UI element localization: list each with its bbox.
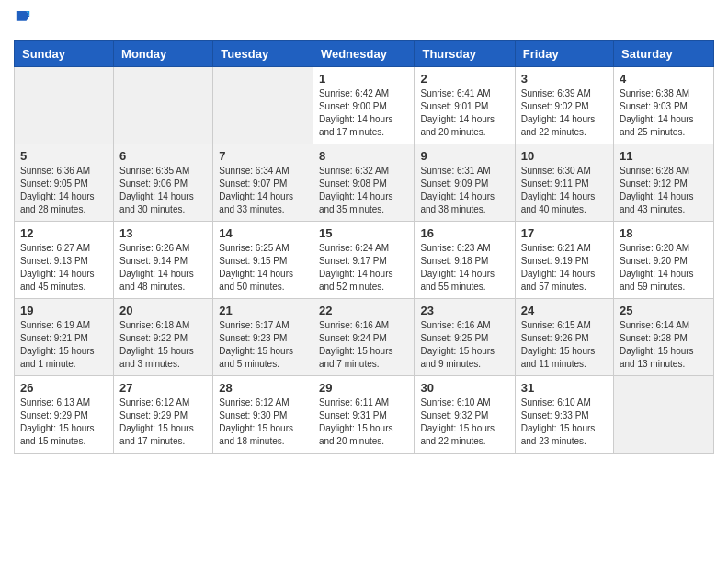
day-info: Sunrise: 6:13 AM Sunset: 9:29 PM Dayligh… xyxy=(20,396,108,448)
day-info: Sunrise: 6:18 AM Sunset: 9:22 PM Dayligh… xyxy=(119,319,207,371)
day-info: Sunrise: 6:10 AM Sunset: 9:32 PM Dayligh… xyxy=(420,396,508,448)
day-number: 13 xyxy=(119,226,207,240)
day-number: 7 xyxy=(219,149,307,163)
col-friday: Friday xyxy=(515,41,613,67)
day-number: 31 xyxy=(521,381,608,395)
day-number: 12 xyxy=(20,226,108,240)
day-info: Sunrise: 6:41 AM Sunset: 9:01 PM Dayligh… xyxy=(420,87,508,139)
day-number: 21 xyxy=(219,304,307,317)
calendar-week-3: 12Sunrise: 6:27 AM Sunset: 9:13 PM Dayli… xyxy=(15,222,714,299)
day-info: Sunrise: 6:11 AM Sunset: 9:31 PM Dayligh… xyxy=(319,396,409,448)
calendar-cell xyxy=(114,67,213,144)
calendar-cell: 25Sunrise: 6:14 AM Sunset: 9:28 PM Dayli… xyxy=(614,299,714,376)
calendar-cell: 8Sunrise: 6:32 AM Sunset: 9:08 PM Daylig… xyxy=(313,144,415,222)
col-tuesday: Tuesday xyxy=(213,41,313,67)
calendar-cell: 10Sunrise: 6:30 AM Sunset: 9:11 PM Dayli… xyxy=(515,144,613,222)
calendar-cell: 15Sunrise: 6:24 AM Sunset: 9:17 PM Dayli… xyxy=(313,222,415,299)
calendar-cell: 13Sunrise: 6:26 AM Sunset: 9:14 PM Dayli… xyxy=(114,222,213,299)
day-info: Sunrise: 6:25 AM Sunset: 9:15 PM Dayligh… xyxy=(219,242,307,293)
day-number: 4 xyxy=(620,72,708,86)
col-thursday: Thursday xyxy=(415,41,515,67)
day-info: Sunrise: 6:27 AM Sunset: 9:13 PM Dayligh… xyxy=(20,242,108,293)
col-sunday: Sunday xyxy=(15,41,114,67)
day-number: 11 xyxy=(620,149,708,163)
col-saturday: Saturday xyxy=(614,41,714,67)
calendar-cell: 6Sunrise: 6:35 AM Sunset: 9:06 PM Daylig… xyxy=(114,144,213,222)
calendar-cell: 22Sunrise: 6:16 AM Sunset: 9:24 PM Dayli… xyxy=(313,299,415,376)
calendar-cell: 2Sunrise: 6:41 AM Sunset: 9:01 PM Daylig… xyxy=(415,67,515,144)
day-info: Sunrise: 6:20 AM Sunset: 9:20 PM Dayligh… xyxy=(620,242,708,293)
calendar-cell: 18Sunrise: 6:20 AM Sunset: 9:20 PM Dayli… xyxy=(614,222,714,299)
day-info: Sunrise: 6:26 AM Sunset: 9:14 PM Dayligh… xyxy=(119,242,207,293)
day-info: Sunrise: 6:38 AM Sunset: 9:03 PM Dayligh… xyxy=(620,87,708,139)
calendar-cell xyxy=(213,67,313,144)
calendar-cell: 19Sunrise: 6:19 AM Sunset: 9:21 PM Dayli… xyxy=(15,299,114,376)
calendar-cell: 9Sunrise: 6:31 AM Sunset: 9:09 PM Daylig… xyxy=(415,144,515,222)
calendar-cell: 24Sunrise: 6:15 AM Sunset: 9:26 PM Dayli… xyxy=(515,299,613,376)
day-info: Sunrise: 6:36 AM Sunset: 9:05 PM Dayligh… xyxy=(20,165,108,216)
calendar-week-2: 5Sunrise: 6:36 AM Sunset: 9:05 PM Daylig… xyxy=(15,144,714,222)
day-number: 6 xyxy=(119,149,207,163)
calendar-cell: 3Sunrise: 6:39 AM Sunset: 9:02 PM Daylig… xyxy=(515,67,613,144)
day-number: 14 xyxy=(219,226,307,240)
calendar-cell: 28Sunrise: 6:12 AM Sunset: 9:30 PM Dayli… xyxy=(213,376,313,454)
calendar-cell: 14Sunrise: 6:25 AM Sunset: 9:15 PM Dayli… xyxy=(213,222,313,299)
col-monday: Monday xyxy=(114,41,213,67)
day-info: Sunrise: 6:23 AM Sunset: 9:18 PM Dayligh… xyxy=(420,242,508,293)
day-number: 18 xyxy=(620,226,708,240)
calendar-week-4: 19Sunrise: 6:19 AM Sunset: 9:21 PM Dayli… xyxy=(15,299,714,376)
day-info: Sunrise: 6:16 AM Sunset: 9:25 PM Dayligh… xyxy=(420,319,508,371)
calendar-cell xyxy=(15,67,114,144)
day-info: Sunrise: 6:16 AM Sunset: 9:24 PM Dayligh… xyxy=(319,319,409,371)
calendar-cell: 11Sunrise: 6:28 AM Sunset: 9:12 PM Dayli… xyxy=(614,144,714,222)
day-number: 25 xyxy=(620,304,708,317)
calendar-cell: 7Sunrise: 6:34 AM Sunset: 9:07 PM Daylig… xyxy=(213,144,313,222)
calendar-cell: 5Sunrise: 6:36 AM Sunset: 9:05 PM Daylig… xyxy=(15,144,114,222)
day-number: 28 xyxy=(219,381,307,395)
day-info: Sunrise: 6:31 AM Sunset: 9:09 PM Dayligh… xyxy=(420,165,508,216)
day-info: Sunrise: 6:10 AM Sunset: 9:33 PM Dayligh… xyxy=(521,396,608,448)
calendar-cell: 29Sunrise: 6:11 AM Sunset: 9:31 PM Dayli… xyxy=(313,376,415,454)
calendar-cell: 17Sunrise: 6:21 AM Sunset: 9:19 PM Dayli… xyxy=(515,222,613,299)
day-number: 16 xyxy=(420,226,508,240)
col-wednesday: Wednesday xyxy=(313,41,415,67)
day-info: Sunrise: 6:35 AM Sunset: 9:06 PM Dayligh… xyxy=(119,165,207,216)
calendar-cell: 20Sunrise: 6:18 AM Sunset: 9:22 PM Dayli… xyxy=(114,299,213,376)
calendar-cell: 23Sunrise: 6:16 AM Sunset: 9:25 PM Dayli… xyxy=(415,299,515,376)
calendar-cell: 21Sunrise: 6:17 AM Sunset: 9:23 PM Dayli… xyxy=(213,299,313,376)
logo xyxy=(14,9,31,33)
calendar-cell: 31Sunrise: 6:10 AM Sunset: 9:33 PM Dayli… xyxy=(515,376,613,454)
day-info: Sunrise: 6:19 AM Sunset: 9:21 PM Dayligh… xyxy=(20,319,108,371)
header xyxy=(14,9,714,33)
day-number: 30 xyxy=(420,381,508,395)
day-info: Sunrise: 6:14 AM Sunset: 9:28 PM Dayligh… xyxy=(620,319,708,371)
day-info: Sunrise: 6:17 AM Sunset: 9:23 PM Dayligh… xyxy=(219,319,307,371)
page: Sunday Monday Tuesday Wednesday Thursday… xyxy=(0,0,728,563)
day-info: Sunrise: 6:24 AM Sunset: 9:17 PM Dayligh… xyxy=(319,242,409,293)
day-info: Sunrise: 6:34 AM Sunset: 9:07 PM Dayligh… xyxy=(219,165,307,216)
day-info: Sunrise: 6:12 AM Sunset: 9:29 PM Dayligh… xyxy=(119,396,207,448)
day-info: Sunrise: 6:32 AM Sunset: 9:08 PM Dayligh… xyxy=(319,165,409,216)
calendar-cell: 26Sunrise: 6:13 AM Sunset: 9:29 PM Dayli… xyxy=(15,376,114,454)
day-number: 19 xyxy=(20,304,108,317)
day-number: 8 xyxy=(319,149,409,163)
day-number: 5 xyxy=(20,149,108,163)
calendar-cell: 30Sunrise: 6:10 AM Sunset: 9:32 PM Dayli… xyxy=(415,376,515,454)
day-info: Sunrise: 6:12 AM Sunset: 9:30 PM Dayligh… xyxy=(219,396,307,448)
day-number: 23 xyxy=(420,304,508,317)
calendar-cell: 16Sunrise: 6:23 AM Sunset: 9:18 PM Dayli… xyxy=(415,222,515,299)
calendar: Sunday Monday Tuesday Wednesday Thursday… xyxy=(14,40,714,454)
calendar-cell: 4Sunrise: 6:38 AM Sunset: 9:03 PM Daylig… xyxy=(614,67,714,144)
calendar-cell: 27Sunrise: 6:12 AM Sunset: 9:29 PM Dayli… xyxy=(114,376,213,454)
day-number: 26 xyxy=(20,381,108,395)
calendar-cell xyxy=(614,376,714,454)
logo-icon xyxy=(15,9,31,29)
calendar-cell: 12Sunrise: 6:27 AM Sunset: 9:13 PM Dayli… xyxy=(15,222,114,299)
day-number: 22 xyxy=(319,304,409,317)
calendar-week-1: 1Sunrise: 6:42 AM Sunset: 9:00 PM Daylig… xyxy=(15,67,714,144)
calendar-header-row: Sunday Monday Tuesday Wednesday Thursday… xyxy=(15,41,714,67)
day-info: Sunrise: 6:28 AM Sunset: 9:12 PM Dayligh… xyxy=(620,165,708,216)
day-number: 17 xyxy=(521,226,608,240)
day-number: 10 xyxy=(521,149,608,163)
calendar-cell: 1Sunrise: 6:42 AM Sunset: 9:00 PM Daylig… xyxy=(313,67,415,144)
